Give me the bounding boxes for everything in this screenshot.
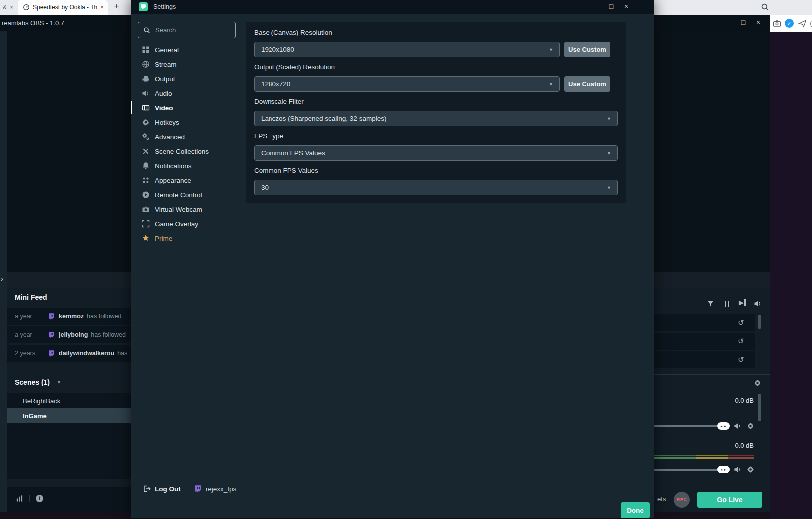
sidebar-item-label: Scene Collections — [155, 148, 209, 155]
replay-refresh-icon[interactable]: ↺ — [738, 337, 744, 346]
replay-refresh-icon[interactable]: ↺ — [738, 355, 744, 364]
sidebar-item-remote-control[interactable]: Remote Control — [131, 188, 246, 201]
editor-canvas-right — [654, 31, 770, 272]
info-icon[interactable]: i — [36, 495, 43, 502]
settings-maximize-button[interactable]: □ — [605, 2, 618, 10]
sidebar-item-stream[interactable]: Stream — [131, 58, 246, 71]
twitch-icon — [194, 485, 202, 493]
settings-close-button[interactable]: × — [620, 2, 633, 10]
editor-canvas-left — [7, 31, 131, 272]
mixer-scrollbar[interactable] — [758, 394, 761, 421]
fps-type-select[interactable]: Common FPS Values ▼ — [254, 145, 618, 161]
scenes-dropdown-arrow-icon[interactable]: ▼ — [57, 380, 61, 385]
sidebar-item-virtual-webcam[interactable]: Virtual Webcam — [131, 203, 246, 216]
sidebar-item-scene-collections[interactable]: Scene Collections — [131, 145, 246, 158]
sidebar-item-hotkeys[interactable]: Hotkeys — [131, 116, 246, 129]
feed-scrollbar[interactable] — [758, 315, 761, 329]
feed-row-right[interactable]: ↺ — [654, 314, 755, 331]
base-resolution-select[interactable]: 1920x1080 ▼ — [254, 42, 560, 57]
chevron-down-icon: ▼ — [549, 82, 553, 87]
sidebar-item-general[interactable]: General — [131, 43, 246, 56]
obs-statusbar: | i — [7, 487, 131, 512]
sidebar-item-video[interactable]: Video — [131, 101, 246, 114]
done-button[interactable]: Done — [621, 502, 650, 518]
event-user: jellyboing — [59, 331, 88, 338]
base-resolution-use-custom-button[interactable]: Use Custom — [564, 42, 610, 57]
pause-feed-icon[interactable] — [725, 300, 731, 309]
replay-refresh-icon[interactable]: ↺ — [738, 318, 744, 327]
mixer-settings-gear-icon[interactable] — [754, 379, 761, 387]
output-resolution-use-custom-button[interactable]: Use Custom — [564, 76, 610, 92]
new-tab-button[interactable]: + — [114, 1, 119, 12]
sidebar-item-game-overlay[interactable]: Game Overlay — [131, 217, 246, 230]
sidebar-item-label: Appearance — [155, 177, 191, 184]
downscale-filter-select[interactable]: Lanczos (Sharpened scaling, 32 samples) … — [254, 111, 618, 126]
slider-arrows-glyph: ◂ ▸ — [721, 468, 727, 472]
prime-star-icon — [142, 234, 150, 242]
tab-close-icon[interactable]: × — [100, 4, 104, 11]
speedtest-gauge-icon — [23, 4, 30, 11]
source-gear-icon[interactable] — [747, 466, 754, 473]
chip-icon — [142, 75, 150, 83]
rec-label: REC — [677, 497, 687, 502]
done-label: Done — [627, 507, 644, 514]
obs-close-button[interactable]: × — [752, 18, 765, 26]
streamlabs-app-icon — [139, 2, 148, 11]
record-button[interactable]: REC — [674, 492, 690, 508]
send-extension-icon[interactable] — [798, 19, 807, 28]
mute-speaker-icon[interactable] — [734, 466, 741, 473]
settings-window-title: Settings — [153, 3, 176, 10]
browser-search-icon[interactable] — [761, 3, 769, 11]
source-gear-icon[interactable] — [747, 422, 754, 430]
sidebar-item-output[interactable]: Output — [131, 72, 246, 85]
mute-speaker-icon[interactable] — [734, 422, 741, 430]
logout-icon[interactable] — [143, 485, 151, 493]
shield-check-icon[interactable]: ✓ — [785, 19, 794, 28]
browser-tab-speedtest[interactable]: Speedtest by Ookla - The G × — [18, 0, 108, 15]
sidebar-item-appearance[interactable]: Appearance — [131, 174, 246, 187]
logout-button[interactable]: Log Out — [155, 485, 181, 493]
feed-row-right[interactable]: ↺ — [654, 333, 755, 350]
sidebar-item-label: Advanced — [155, 133, 185, 141]
info-glyph: i — [39, 496, 40, 501]
background-tab-close-icon[interactable]: × — [10, 4, 13, 11]
sidebar-item-label: Virtual Webcam — [155, 206, 202, 213]
sidebar-item-notifications[interactable]: Notifications — [131, 159, 246, 172]
obs-maximize-button[interactable]: □ — [737, 18, 750, 26]
camera-icon — [142, 205, 150, 213]
event-action: has followed — [91, 331, 126, 338]
feed-event-row[interactable]: a year kemmoz has followed — [7, 308, 131, 325]
expand-sidebar-chevron-icon[interactable]: › — [1, 274, 3, 283]
feed-sound-icon[interactable] — [754, 300, 762, 308]
go-live-button[interactable]: Go Live — [697, 492, 762, 508]
filter-funnel-icon[interactable] — [707, 300, 714, 307]
sidebar-item-label: General — [155, 46, 179, 54]
feed-event-row[interactable]: 2 years dailywindwalkerou has — [7, 345, 131, 362]
search-input[interactable] — [154, 26, 229, 34]
tab-title: Speedtest by Ookla - The G — [33, 4, 97, 11]
extension-icon-partial[interactable] — [810, 19, 812, 28]
settings-search-box[interactable] — [138, 22, 236, 38]
sidebar-item-audio[interactable]: Audio — [131, 87, 246, 100]
globe-icon — [142, 60, 150, 68]
browser-minimize-button[interactable]: — — [801, 1, 808, 9]
gears-icon — [142, 133, 150, 141]
scene-item-berightback[interactable]: BeRightBack — [7, 393, 131, 408]
sidebar-item-advanced[interactable]: Advanced — [131, 130, 246, 143]
feed-row-right[interactable]: ↺ — [654, 351, 755, 368]
obs-minimize-button[interactable]: — — [711, 18, 724, 26]
stats-bars-icon[interactable] — [16, 495, 23, 502]
settings-minimize-button[interactable]: — — [589, 2, 602, 10]
sidebar-item-prime[interactable]: Prime — [131, 232, 246, 245]
feed-event-row[interactable]: a year jellyboing has followed — [7, 326, 131, 343]
sidebar-item-label: Hotkeys — [155, 119, 179, 126]
output-resolution-select[interactable]: 1280x720 ▼ — [254, 76, 560, 92]
skip-to-latest-icon[interactable]: ▶ — [739, 299, 746, 306]
volume-slider-handle[interactable]: ◂ ▸ — [717, 466, 730, 473]
camera-extension-icon[interactable] — [773, 19, 781, 28]
select-value: 1280x720 — [261, 80, 290, 88]
volume-slider-handle[interactable]: ◂ ▸ — [717, 422, 730, 430]
scene-item-ingame[interactable]: InGame — [7, 408, 131, 423]
common-fps-values-select[interactable]: 30 ▼ — [254, 180, 618, 195]
gear-icon — [142, 118, 150, 126]
